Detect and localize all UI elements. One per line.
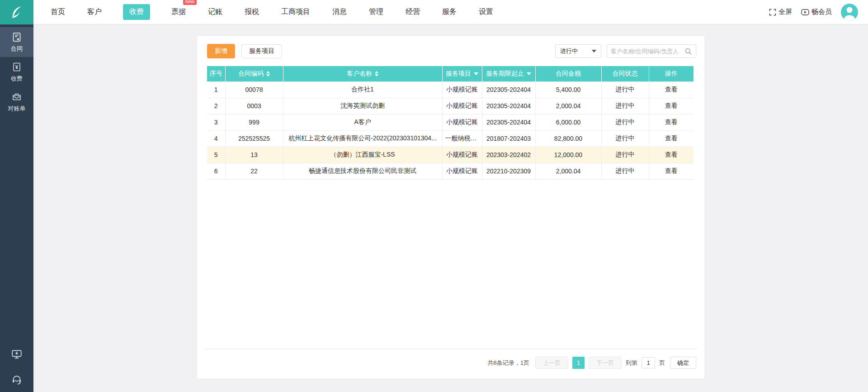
nav-item-business-projects[interactable]: 工商项目 — [280, 4, 311, 20]
fee-icon — [11, 62, 22, 72]
table-row[interactable]: 2 0003 沈海英测试勿删 小规模记账 202305-202404 2,000… — [207, 98, 693, 114]
nav-item-bookkeeping[interactable]: 记账 — [207, 4, 223, 20]
table-row[interactable]: 3 999 A客户 小规模记账 202305-202404 6,000.00 进… — [207, 114, 693, 130]
cell-amount: 82,800.00 — [535, 130, 601, 147]
feather-logo-icon — [9, 5, 24, 20]
col-header-customer[interactable]: 客户名称 — [283, 66, 442, 81]
col-header-index: 序号 — [207, 66, 225, 81]
filter-icon — [527, 72, 531, 75]
goto-suffix-label: 页 — [659, 359, 665, 367]
sidebar-item-contracts[interactable]: 合同 — [0, 27, 33, 57]
col-header-period[interactable]: 服务期限起止 — [482, 66, 535, 81]
goto-prefix-label: 到第 — [626, 359, 637, 367]
nav-item-tax[interactable]: 报税 — [244, 4, 260, 20]
col-header-service[interactable]: 服务项目 — [442, 66, 482, 81]
cell-customer: （勿删）江西服宝-LSS — [283, 147, 442, 163]
view-link[interactable]: 查看 — [665, 118, 678, 125]
client-download-icon[interactable] — [11, 349, 23, 360]
cell-index: 5 — [207, 147, 225, 163]
sidebar-item-contracts-label: 合同 — [11, 45, 23, 53]
cell-status: 进行中 — [601, 163, 649, 179]
view-link[interactable]: 查看 — [665, 134, 678, 142]
cell-service: 一般纳税人... — [442, 130, 482, 147]
prev-page-button[interactable]: 上一页 — [535, 357, 568, 369]
cell-status: 进行中 — [601, 98, 649, 114]
app-logo[interactable] — [0, 0, 33, 24]
cell-service: 小规模记账 — [442, 163, 482, 179]
search-input[interactable] — [611, 48, 684, 55]
cell-amount: 2,000.04 — [535, 163, 601, 179]
pagination: 共6条记录，1页 上一页 1 下一页 到第 页 确定 — [488, 357, 696, 369]
search-icon — [684, 48, 692, 55]
content-card: 新增 服务项目 进行中 序号 合同编码 客户名称 服务项 — [197, 36, 704, 378]
user-avatar[interactable] — [841, 4, 858, 21]
cell-service: 小规模记账 — [442, 114, 482, 130]
view-link[interactable]: 查看 — [665, 86, 678, 93]
sidebar-item-statements[interactable]: 对账单 — [0, 87, 33, 117]
member-button[interactable]: 畅会员 — [801, 8, 832, 16]
cell-customer: 杭州杠上花文化传播有限公司-2022(202303101304... — [283, 130, 442, 147]
footer-divider — [204, 349, 697, 349]
cell-customer: 合作社1 — [283, 81, 442, 98]
col-header-code[interactable]: 合同编码 — [225, 66, 283, 81]
cell-period: 202305-202404 — [482, 114, 535, 130]
nav-item-settings[interactable]: 设置 — [478, 4, 494, 20]
cell-period: 202305-202404 — [482, 98, 535, 114]
cell-customer: 畅捷通信息技术股份有限公司民非测试 — [283, 163, 442, 179]
fullscreen-button[interactable]: 全屏 — [769, 8, 792, 16]
cell-amount: 12,000.00 — [535, 147, 601, 163]
col-header-actions: 操作 — [649, 66, 693, 81]
table-row[interactable]: 1 00078 合作社1 小规模记账 202305-202404 5,400.0… — [207, 81, 693, 98]
current-page-button[interactable]: 1 — [572, 357, 585, 369]
next-page-button[interactable]: 下一页 — [589, 357, 622, 369]
add-button[interactable]: 新增 — [207, 44, 235, 58]
contracts-table: 序号 合同编码 客户名称 服务项目 服务期限起止 合同金额 合同状态 操作 1 … — [207, 66, 693, 180]
view-link[interactable]: 查看 — [665, 167, 678, 174]
sidebar: 合同 收费 对账单 — [0, 24, 33, 392]
nav-item-services[interactable]: 服务 — [441, 4, 458, 20]
fullscreen-icon — [769, 9, 776, 16]
nav-item-fees[interactable]: 收费 — [123, 4, 150, 20]
goto-page-input[interactable] — [642, 357, 655, 368]
search-box — [607, 44, 696, 58]
cell-service: 小规模记账 — [442, 98, 482, 114]
contract-icon — [11, 32, 22, 43]
view-link[interactable]: 查看 — [665, 151, 678, 158]
cell-index: 2 — [207, 98, 225, 114]
customer-support-icon[interactable] — [11, 374, 23, 386]
record-summary: 共6条记录，1页 — [488, 359, 529, 367]
status-filter-value: 进行中 — [560, 47, 578, 55]
confirm-button[interactable]: 确定 — [670, 357, 696, 369]
topbar-right: 全屏 畅会员 — [769, 4, 868, 21]
table-row[interactable]: 6 22 畅捷通信息技术股份有限公司民非测试 小规模记账 202210-2023… — [207, 163, 693, 179]
nav-item-customers[interactable]: 客户 — [86, 4, 103, 20]
cell-code: 0003 — [225, 98, 283, 114]
cell-status: 进行中 — [601, 114, 649, 130]
chevron-down-icon — [592, 50, 596, 53]
col-header-amount: 合同金额 — [535, 66, 601, 81]
sidebar-bottom-tools — [0, 349, 33, 386]
table-row-highlighted[interactable]: 5 13 （勿删）江西服宝-LSS 小规模记账 202303-202402 12… — [207, 147, 693, 163]
nav-item-invoices[interactable]: 票据 new — [170, 4, 187, 20]
new-badge: new — [183, 0, 197, 5]
sort-icon — [266, 71, 270, 76]
nav-item-management[interactable]: 管理 — [368, 4, 384, 20]
cell-index: 4 — [207, 130, 225, 147]
table-row[interactable]: 4 252525525 杭州杠上花文化传播有限公司-2022(202303101… — [207, 130, 693, 147]
status-filter-select[interactable]: 进行中 — [555, 44, 601, 58]
cell-customer: A客户 — [283, 114, 442, 130]
service-items-button[interactable]: 服务项目 — [241, 44, 282, 58]
main-nav: 首页 客户 收费 票据 new 记账 报税 工商项目 消息 管理 经营 服务 设… — [50, 4, 494, 20]
nav-item-operations[interactable]: 经营 — [405, 4, 421, 20]
sidebar-item-fees-label: 收费 — [11, 75, 23, 83]
cell-amount: 6,000.00 — [535, 114, 601, 130]
nav-item-messages[interactable]: 消息 — [331, 4, 348, 20]
cell-code: 252525525 — [225, 130, 283, 147]
nav-item-home[interactable]: 首页 — [50, 4, 66, 20]
cell-status: 进行中 — [601, 81, 649, 98]
filter-icon — [474, 72, 478, 75]
view-link[interactable]: 查看 — [665, 102, 678, 109]
cell-index: 1 — [207, 81, 225, 98]
cell-index: 6 — [207, 163, 225, 179]
sidebar-item-fees[interactable]: 收费 — [0, 57, 33, 87]
